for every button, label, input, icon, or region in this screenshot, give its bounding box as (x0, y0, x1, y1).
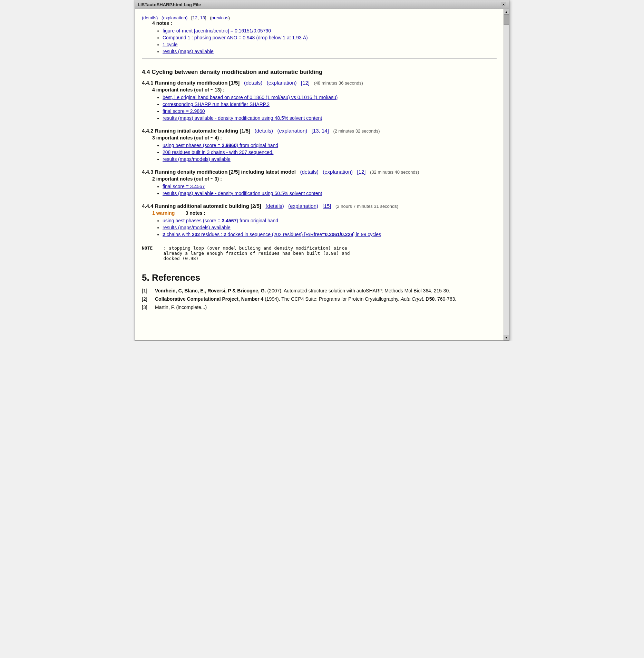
time-4-4-1: (48 minutes 36 seconds) (314, 80, 363, 86)
subsection-4-4-3-header: 4.4.3 Running density modification [2/5]… (142, 169, 497, 175)
explanation-link-4-4-1[interactable]: (explanation) (267, 80, 297, 86)
ref-text-2: Collaborative Computational Project, Num… (155, 296, 456, 302)
references-section: 5. References [1] Vonrhein, C, Blanc, E.… (142, 272, 497, 310)
final-score-link[interactable]: final score = 2.9860 (163, 108, 205, 114)
results-models-4-4-4[interactable]: results (maps/models) available (163, 225, 231, 230)
notes-label-4-4-1: 4 important notes (out of ~ 13) : (152, 87, 497, 93)
top-prev-links: (details) (explanation) [12, 13] (previo… (142, 15, 230, 20)
results-models-link[interactable]: results (maps/models) available (163, 156, 231, 162)
warning-notes-row: 1 warning 3 notes : (152, 210, 497, 216)
scrollbar-arrow-up[interactable]: ▲ (504, 9, 509, 14)
subsection-4-4-3-title: 4.4.3 Running density modification [2/5]… (142, 169, 296, 175)
list-item: results (maps/models) available (163, 156, 497, 162)
ref-link-4-4-3[interactable]: [12] (357, 169, 366, 175)
top-bullets-list: figure-of-merit [acentric/centric] = 0.1… (163, 28, 497, 54)
list-item: results (maps/models) available (163, 225, 497, 230)
list-item: 2 chains with 202 residues : 2 docked in… (163, 232, 497, 237)
list-item: results (maps) available - density modif… (163, 191, 497, 196)
final-score-4-4-3[interactable]: final score = 3.4567 (163, 184, 205, 189)
ref-text-3: Martin, F. (incomplete...) (155, 304, 207, 310)
ref-num-2: [2] (142, 296, 152, 302)
top-truncated-section: (details) (explanation) [12, 13] (previo… (142, 12, 497, 59)
best-phases-link-4-4-4[interactable]: using best phases (score = 3.4567) from … (163, 218, 278, 223)
list-item: final score = 3.4567 (163, 184, 497, 189)
subsection-4-4-2: 4.4.2 Running initial automatic building… (142, 128, 497, 162)
notes-label-4-4-2: 3 important notes (out of ~ 4) : (152, 135, 497, 141)
ref-text-1: Vonrhein, C, Blanc, E., Roversi, P & Bri… (155, 288, 450, 293)
list-item: Compound 1 : phasing power ANO = 0.948 (… (163, 35, 497, 40)
results-link[interactable]: results (maps) available (163, 49, 214, 54)
results-maps-link[interactable]: results (maps) available - density modif… (163, 115, 322, 121)
notes-label-4-4-3: 2 important notes (out of ~ 3) : (152, 176, 497, 182)
details-link-4-4-2[interactable]: (details) (255, 128, 273, 134)
references-header: 5. References (142, 272, 497, 283)
list-item: using best phases (score = 2.9860) from … (163, 143, 497, 148)
details-link-4-4-4[interactable]: (details) (265, 203, 284, 209)
details-link-4-4-1[interactable]: (details) (244, 80, 262, 86)
section-4-4-header: 4.4 Cycling between density modification… (142, 69, 497, 76)
close-button[interactable]: × (501, 2, 506, 7)
subsection-4-4-2-title: 4.4.2 Running initial automatic building… (142, 128, 250, 134)
ref-item-2: [2] Collaborative Computational Project,… (142, 296, 497, 302)
previous-link[interactable]: previous (212, 15, 228, 20)
ref-num-1: [1] (142, 288, 152, 293)
time-4-4-3: (32 minutes 40 seconds) (370, 170, 419, 175)
fom-link[interactable]: figure-of-merit [acentric/centric] = 0.1… (163, 28, 271, 33)
window-title: LISTautoSHARP.html Log File (138, 2, 201, 7)
divider-2 (142, 268, 497, 268)
note-text: NOTE : stopping loop (over model buildin… (142, 245, 497, 261)
cycle-link[interactable]: 1 cycle (163, 42, 178, 47)
ref-num-3: [3] (142, 304, 152, 310)
list-item: figure-of-merit [acentric/centric] = 0.1… (163, 28, 497, 33)
list-item: 1 cycle (163, 42, 497, 47)
scrollbar[interactable]: ▲ ▼ (504, 9, 509, 340)
chains-docked-link[interactable]: 2 chains with 202 residues : 2 docked in… (163, 232, 381, 237)
ref-item-3: [3] Martin, F. (incomplete...) (142, 304, 497, 310)
subsection-4-4-2-header: 4.4.2 Running initial automatic building… (142, 128, 497, 134)
main-window: LISTautoSHARP.html Log File × (details) … (135, 0, 509, 341)
explanation-link-4-4-2[interactable]: (explanation) (277, 128, 308, 134)
content-area: (details) (explanation) [12, 13] (previo… (135, 9, 509, 340)
explanation-link-top[interactable]: (explanation) (162, 15, 187, 20)
details-link-top[interactable]: (details) (142, 15, 158, 20)
details-link-4-4-3[interactable]: (details) (300, 169, 318, 175)
residues-built-link[interactable]: 208 residues built in 3 chains - with 20… (163, 149, 273, 155)
ref-12[interactable]: 12 (193, 15, 197, 20)
subsection-4-4-3: 4.4.3 Running density modification [2/5]… (142, 169, 497, 196)
notes-label-4-4-4: 3 notes : (185, 210, 205, 216)
bullets-4-4-4: using best phases (score = 3.4567) from … (163, 218, 497, 237)
warning-label-4-4-4: 1 warning (152, 210, 175, 216)
list-item: final score = 2.9860 (163, 108, 497, 114)
ref-link-4-4-4[interactable]: [15] (322, 203, 331, 209)
list-item: corresponding SHARP run has identifier S… (163, 101, 497, 107)
explanation-link-4-4-3[interactable]: (explanation) (323, 169, 353, 175)
explanation-link-4-4-4[interactable]: (explanation) (288, 203, 318, 209)
best-phases-link-4-4-2[interactable]: using best phases (score = 2.9860) from … (163, 143, 278, 148)
bullets-4-4-1: best, i.e original hand based on score o… (163, 95, 497, 121)
results-maps-4-4-3[interactable]: results (maps) available - density modif… (163, 191, 322, 196)
list-item: using best phases (score = 3.4567) from … (163, 218, 497, 223)
scrollbar-thumb[interactable] (504, 14, 509, 25)
bullets-4-4-3: final score = 3.4567 results (maps) avai… (163, 184, 497, 196)
top-notes-label: 4 notes : (152, 20, 497, 26)
subsection-4-4-1-header: 4.4.1 Running density modification [1/5]… (142, 80, 497, 86)
subsection-4-4-4: 4.4.4 Running additional automatic build… (142, 203, 497, 237)
subsection-4-4-4-header: 4.4.4 Running additional automatic build… (142, 203, 497, 209)
compound-link[interactable]: Compound 1 : phasing power ANO = 0.948 (… (163, 35, 308, 40)
title-bar: LISTautoSHARP.html Log File × (135, 0, 509, 9)
list-item: best, i.e original hand based on score o… (163, 95, 497, 100)
ref-13[interactable]: 13 (200, 15, 205, 20)
ref-link-4-4-2[interactable]: [13, 14] (312, 128, 329, 134)
scrollbar-arrow-down[interactable]: ▼ (504, 335, 509, 340)
ref-item-1: [1] Vonrhein, C, Blanc, E., Roversi, P &… (142, 288, 497, 293)
sharp-run-link[interactable]: corresponding SHARP run has identifier S… (163, 101, 270, 107)
note-block: NOTE : stopping loop (over model buildin… (142, 244, 497, 262)
inner-content: (details) (explanation) [12, 13] (previo… (135, 9, 504, 320)
subsection-4-4-1: 4.4.1 Running density modification [1/5]… (142, 80, 497, 121)
best-hand-link[interactable]: best, i.e original hand based on score o… (163, 95, 338, 100)
subsection-4-4-1-title: 4.4.1 Running density modification [1/5] (142, 80, 240, 86)
list-item: results (maps) available (163, 49, 497, 54)
list-item: 208 residues built in 3 chains - with 20… (163, 149, 497, 155)
ref-link-4-4-1[interactable]: [12] (301, 80, 310, 86)
list-item: results (maps) available - density modif… (163, 115, 497, 121)
